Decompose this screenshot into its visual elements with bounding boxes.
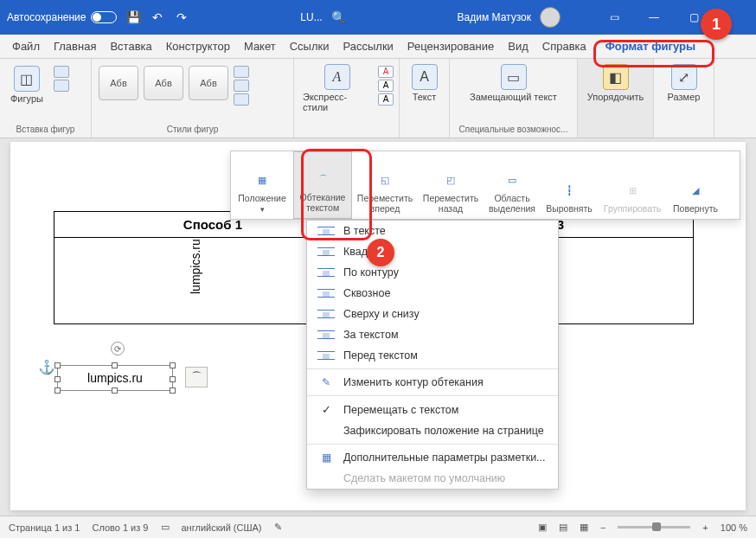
tab-mailings[interactable]: Рассылки xyxy=(336,36,400,56)
menu-square[interactable]: Квадрат xyxy=(307,241,558,262)
shapes-button[interactable]: ◫ Фигуры xyxy=(5,64,48,106)
wordart-styles-button[interactable]: A Экспресс-стили xyxy=(298,62,376,114)
infront-icon xyxy=(317,351,335,360)
search-icon[interactable]: 🔍 xyxy=(331,10,347,25)
ribbon: ◫ Фигуры Вставка фигур Абв Абв Абв Стили… xyxy=(0,59,756,138)
tab-references[interactable]: Ссылки xyxy=(283,36,336,56)
tab-help[interactable]: Справка xyxy=(535,36,593,56)
status-lang[interactable]: английский (США) xyxy=(182,522,262,533)
menu-infront[interactable]: Перед текстом xyxy=(307,345,558,366)
size-button[interactable]: ⤢ Размер xyxy=(657,62,710,104)
tab-view[interactable]: Вид xyxy=(501,36,535,56)
selected-shape[interactable]: lumpics.ru xyxy=(57,365,173,391)
menu-sep1 xyxy=(307,368,558,369)
menu-through[interactable]: Сквозное xyxy=(307,283,558,304)
wrap-text-button[interactable]: ⌒Обтекание текстом xyxy=(293,151,352,219)
save-icon[interactable]: 💾 xyxy=(125,10,141,25)
behind-icon xyxy=(317,330,335,339)
arrange-icon: ◧ xyxy=(603,64,629,90)
window-options-icon[interactable]: ▭ xyxy=(599,4,630,30)
tab-design[interactable]: Конструктор xyxy=(159,36,237,56)
through-icon xyxy=(317,289,335,298)
menu-set-default[interactable]: Сделать макетом по умолчанию xyxy=(307,468,558,489)
align-icon: ┇ xyxy=(556,179,582,202)
arrange-label: Упорядочить xyxy=(587,92,644,102)
send-backward-button[interactable]: ◰Переместить назад xyxy=(418,151,484,219)
status-accessibility-icon[interactable]: ✎ xyxy=(274,522,282,533)
shape-effects-icon[interactable] xyxy=(234,93,249,106)
shapes-icon: ◫ xyxy=(14,66,40,92)
rotate-button[interactable]: ◢Повернуть xyxy=(667,151,724,219)
menu-move-with-text[interactable]: ✓Перемещать с текстом xyxy=(307,399,558,420)
tight-icon xyxy=(317,268,335,277)
menu-fix-position[interactable]: Зафиксировать положение на странице xyxy=(307,420,558,441)
redo-icon[interactable]: ↷ xyxy=(174,10,189,25)
autosave-toggle[interactable] xyxy=(91,11,117,23)
selection-pane-button[interactable]: ▭Область выделения xyxy=(484,151,541,219)
menu-inline[interactable]: В тексте xyxy=(307,221,558,241)
avatar[interactable] xyxy=(540,7,561,28)
style-3[interactable]: Абв xyxy=(189,66,228,100)
view-print-icon[interactable]: ▤ xyxy=(559,522,567,533)
group-wordart xyxy=(298,125,395,136)
vertical-watermark: lumpics.ru xyxy=(189,239,202,294)
text-button[interactable]: A Текст xyxy=(403,62,445,104)
more-icon: ▦ xyxy=(317,452,335,464)
arrange-button[interactable]: ◧ Упорядочить xyxy=(581,62,650,104)
menu-behind[interactable]: За текстом xyxy=(307,324,558,345)
position-button[interactable]: ▦Положение▾ xyxy=(231,151,293,219)
position-icon: ▦ xyxy=(249,169,275,191)
arrange-flyout: ▦Положение▾ ⌒Обтекание текстом ◱Перемест… xyxy=(230,151,740,220)
menu-edit-points[interactable]: ✎Изменить контур обтекания xyxy=(307,372,558,393)
style-2[interactable]: Абв xyxy=(144,66,183,100)
wordart-icon: A xyxy=(324,64,350,90)
zoom-out-icon[interactable]: − xyxy=(600,522,605,533)
menu-tight[interactable]: По контуру xyxy=(307,262,558,283)
layout-options-icon[interactable]: ⌒ xyxy=(185,367,208,387)
tab-shape-format[interactable]: Формат фигуры xyxy=(599,36,702,56)
status-proofing-icon[interactable]: ▭ xyxy=(161,522,170,533)
shape-outline-icon[interactable] xyxy=(234,80,249,92)
topbottom-icon xyxy=(317,310,335,318)
zoom-value[interactable]: 100 % xyxy=(721,522,747,533)
group-accessibility: Специальные возможнос... xyxy=(453,123,573,136)
rotate-icon: ◢ xyxy=(682,179,708,202)
tab-review[interactable]: Рецензирование xyxy=(400,36,501,56)
text-fill-icon[interactable]: A xyxy=(378,66,394,78)
shape-fill-icon[interactable] xyxy=(234,66,249,78)
menu-topbottom[interactable]: Сверху и снизу xyxy=(307,304,558,324)
view-focus-icon[interactable]: ▣ xyxy=(538,522,547,533)
shape-style-gallery[interactable]: Абв Абв Абв xyxy=(95,62,232,107)
tab-home[interactable]: Главная xyxy=(47,36,103,56)
rotate-handle[interactable]: ⟳ xyxy=(111,342,125,355)
style-1[interactable]: Абв xyxy=(99,66,138,100)
tab-layout[interactable]: Макет xyxy=(237,36,283,56)
autosave-label: Автосохранение xyxy=(7,11,86,23)
text-effects-icon[interactable]: A xyxy=(378,93,394,106)
status-words[interactable]: Слово 1 из 9 xyxy=(92,522,148,533)
autosave[interactable]: Автосохранение xyxy=(7,11,117,23)
tab-insert[interactable]: Вставка xyxy=(103,36,158,56)
alt-text-button[interactable]: ▭ Замещающий текст xyxy=(453,62,573,104)
anchor-icon: ⚓ xyxy=(38,359,55,375)
text-outline-icon[interactable]: A xyxy=(378,80,394,92)
menu-more-options[interactable]: ▦Дополнительные параметры разметки... xyxy=(307,447,558,468)
menu-sep3 xyxy=(307,444,558,445)
tab-file[interactable]: Файл xyxy=(5,36,47,56)
bring-forward-button[interactable]: ◱Переместить вперед xyxy=(352,151,418,219)
selection-icon: ▭ xyxy=(499,169,525,191)
alt-text-label: Замещающий текст xyxy=(470,92,557,102)
status-bar: Страница 1 из 1 Слово 1 из 9 ▭ английски… xyxy=(0,516,756,538)
zoom-slider[interactable] xyxy=(618,526,690,528)
zoom-in-icon[interactable]: + xyxy=(702,522,708,533)
minimize-icon[interactable]: — xyxy=(638,4,670,30)
align-button[interactable]: ┇Выровнять xyxy=(541,151,598,219)
view-web-icon[interactable]: ▦ xyxy=(580,522,588,533)
undo-icon[interactable]: ↶ xyxy=(150,10,165,25)
doc-title: LU... xyxy=(300,11,322,23)
edit-shape-icon[interactable] xyxy=(54,66,69,78)
alt-text-icon: ▭ xyxy=(501,64,527,90)
callout-1: 1 xyxy=(701,9,732,40)
textbox-icon[interactable] xyxy=(54,80,69,92)
status-page[interactable]: Страница 1 из 1 xyxy=(9,522,80,533)
